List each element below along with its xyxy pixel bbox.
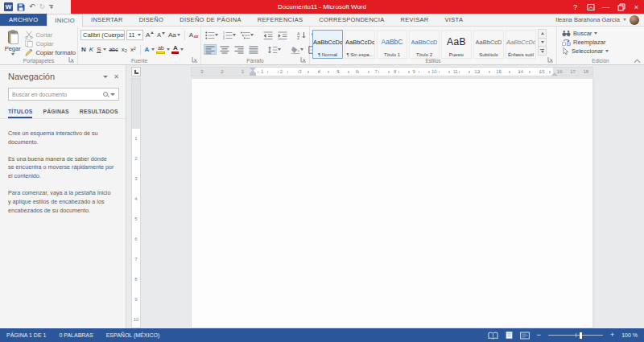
close-pane-icon[interactable]: ✕	[114, 73, 119, 80]
tab-stop-selector[interactable]	[131, 67, 141, 76]
zoom-level[interactable]: 100 %	[621, 332, 638, 338]
ribbon-display-options-icon[interactable]	[583, 0, 598, 14]
pane-options-icon[interactable]	[103, 76, 108, 78]
restore-icon[interactable]	[613, 0, 629, 14]
undo-icon[interactable]: ↶	[29, 2, 35, 11]
clear-formatting-button[interactable]: A	[188, 31, 199, 39]
dialog-launcher-icon[interactable]	[192, 56, 198, 63]
search-options-icon[interactable]	[110, 93, 115, 96]
title-bar: W ↶ ↻ Documento11 - Microsoft Word ? — ×	[0, 0, 644, 14]
user-account[interactable]: Ileana Barahona García	[555, 14, 644, 26]
right-indent-marker[interactable]	[551, 72, 558, 76]
bold-button[interactable]: N	[80, 45, 87, 54]
style-card[interactable]: AaBbCcDc ¶ Normal	[312, 30, 343, 59]
align-right-button[interactable]	[233, 44, 246, 55]
highlight-color-button[interactable]: ab	[156, 45, 165, 54]
left-indent-marker[interactable]	[250, 73, 256, 76]
align-left-button[interactable]	[204, 44, 217, 55]
help-icon[interactable]: ?	[568, 0, 583, 14]
zoom-slider-thumb[interactable]	[580, 332, 582, 339]
select-button[interactable]: Seleccionar	[562, 47, 642, 56]
strikethrough-button[interactable]: abc	[108, 45, 118, 54]
ribbon-tab[interactable]: VISTA	[437, 14, 472, 26]
align-center-button[interactable]	[218, 44, 231, 55]
bullets-button[interactable]	[204, 30, 220, 40]
italic-button[interactable]: K	[89, 45, 94, 54]
redo-icon[interactable]: ↻	[39, 2, 46, 11]
underline-button[interactable]: S	[96, 45, 101, 54]
gallery-down-icon[interactable]	[538, 39, 547, 47]
change-case-button[interactable]: Aa	[167, 31, 181, 39]
tab-archivo[interactable]: ARCHIVO	[0, 14, 47, 26]
style-card[interactable]: AaBbC Título 1	[377, 30, 407, 59]
replace-button[interactable]: Reemplazar	[562, 38, 642, 46]
language-status[interactable]: ESPAÑOL (MÉXICO)	[106, 332, 160, 338]
ribbon-tab[interactable]: DISEÑO	[131, 14, 172, 26]
multilevel-list-button[interactable]	[239, 30, 255, 40]
style-card[interactable]: AaBbCcDc Énfasis sutil	[506, 30, 536, 59]
style-card[interactable]: AaBbCcD Subtítulo	[473, 30, 504, 59]
gallery-up-icon[interactable]	[538, 29, 547, 39]
dialog-launcher-icon[interactable]	[300, 56, 307, 63]
close-icon[interactable]: ×	[629, 0, 644, 14]
read-mode-icon[interactable]	[488, 332, 498, 340]
web-layout-icon[interactable]	[520, 332, 530, 340]
style-card[interactable]: AaBbCcD Título 2	[409, 30, 440, 59]
customize-qat-icon[interactable]	[49, 5, 53, 9]
find-button[interactable]: Buscar	[562, 29, 642, 37]
ribbon-tab[interactable]: REVISAR	[393, 14, 437, 26]
collapse-ribbon-icon[interactable]	[634, 59, 641, 64]
superscript-button[interactable]: x²	[130, 45, 137, 54]
line-spacing-button[interactable]	[266, 44, 283, 55]
ribbon-tab[interactable]: DISEÑO DE PÁGINA	[171, 14, 249, 26]
dialog-launcher-icon[interactable]	[547, 56, 554, 63]
ribbon-tab[interactable]: REFERENCIAS	[250, 14, 312, 26]
sort-button[interactable]	[295, 30, 308, 40]
copy-button[interactable]: Copiar	[25, 39, 76, 47]
style-card[interactable]: AaBbCcDc ¶ Sin espa...	[345, 30, 375, 59]
grow-font-button[interactable]: A	[145, 31, 155, 39]
dialog-launcher-icon[interactable]	[68, 56, 75, 63]
zoom-in-icon[interactable]: +	[610, 332, 614, 339]
font-color-options-icon[interactable]	[180, 48, 184, 51]
shading-button[interactable]	[289, 44, 305, 55]
style-card[interactable]: AaB Puesto	[441, 30, 472, 59]
page-count-status[interactable]: PÁGINA 1 DE 1	[6, 332, 46, 338]
ribbon-tab[interactable]: INSERTAR	[83, 14, 131, 26]
print-layout-icon[interactable]	[506, 331, 513, 340]
zoom-slider[interactable]	[548, 335, 603, 336]
word-count-status[interactable]: 0 PALABRAS	[59, 332, 93, 338]
text-effects-options-icon[interactable]	[151, 48, 155, 51]
text-effects-button[interactable]: A	[144, 45, 151, 54]
navigation-tab[interactable]: PÁGINAS	[43, 109, 68, 118]
search-icon[interactable]	[103, 92, 108, 97]
cut-button[interactable]: Cortar	[25, 31, 76, 39]
navigation-tab[interactable]: RESULTADOS	[80, 109, 118, 118]
gallery-more-icon[interactable]	[538, 47, 547, 56]
save-icon[interactable]	[17, 3, 25, 11]
search-input[interactable]	[12, 92, 101, 97]
justify-button[interactable]	[247, 44, 260, 55]
minimize-icon[interactable]: —	[598, 0, 613, 14]
navigation-tab[interactable]: TÍTULOS	[8, 109, 32, 118]
font-size-select[interactable]: 11	[126, 30, 143, 40]
decrease-indent-button[interactable]	[262, 30, 275, 40]
zoom-out-icon[interactable]: −	[537, 332, 541, 339]
vertical-ruler[interactable]: 1234567891011	[131, 78, 141, 328]
underline-options-icon[interactable]	[103, 48, 106, 51]
avatar[interactable]	[630, 15, 639, 25]
horizontal-ruler[interactable]: 321 123456789101112131415 161718	[191, 67, 593, 76]
paste-button[interactable]: Pegar	[2, 29, 23, 56]
document-search-box[interactable]	[8, 88, 119, 101]
subscript-button[interactable]: x₂	[121, 45, 128, 54]
highlight-options-icon[interactable]	[167, 48, 170, 51]
ribbon-tab[interactable]: CORRESPONDENCIA	[311, 14, 392, 26]
font-name-select[interactable]: Calibri (Cuerpo	[80, 30, 125, 40]
shrink-font-button[interactable]: A	[156, 31, 166, 39]
format-painter-button[interactable]: Copiar formato	[25, 48, 76, 56]
increase-indent-button[interactable]	[276, 30, 289, 40]
document-page[interactable]	[191, 78, 593, 328]
ribbon-tab[interactable]: INICIO	[47, 14, 83, 27]
font-color-button[interactable]: A	[171, 45, 179, 54]
numbering-button[interactable]	[221, 30, 237, 40]
